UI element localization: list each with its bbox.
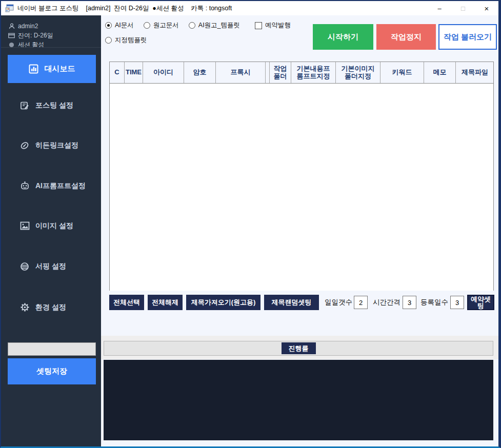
sidebar-item-label: 이미지 설정 — [35, 221, 73, 231]
column-header-work-folder[interactable]: 작업 폴더 — [269, 62, 291, 83]
column-header-base-image-folder[interactable]: 기본이미지 폴더지정 — [335, 62, 380, 83]
radio-dot — [105, 22, 112, 29]
session-dot-icon — [8, 42, 15, 48]
column-header-keyword[interactable]: 키워드 — [380, 62, 424, 83]
sidebar-item-ai-prompt[interactable]: AI프롬프트설정 — [8, 172, 96, 200]
posting-icon — [19, 101, 30, 110]
load-job-button[interactable]: 작업 불러오기 — [438, 24, 497, 50]
app-window: 네이버 블로그 포스팅 [admin2] 잔여 D-26일 ●세션 활성 카톡 … — [0, 0, 501, 448]
minimize-button[interactable]: – — [428, 1, 451, 15]
window-controls: – □ × — [428, 1, 498, 15]
window-status-text: [admin2] 잔여 D-26일 ●세션 활성 카톡 : tongsoft — [86, 4, 232, 13]
sidebar-item-environment[interactable]: 환경 설정 — [8, 293, 96, 321]
document-type-options-row2: 지정템플릿 — [105, 36, 147, 45]
titlebar: 네이버 블로그 포스팅 [admin2] 잔여 D-26일 ●세션 활성 카톡 … — [1, 1, 498, 15]
radio-designated-template[interactable]: 지정템플릿 — [105, 36, 147, 45]
gear-icon — [19, 302, 30, 312]
user-info: admin2 잔여: D-26일 세션 활성 — [8, 22, 53, 49]
checkbox-scheduled-publish[interactable]: 예약발행 — [255, 21, 291, 30]
divider — [1, 47, 101, 48]
sidebar-item-posting[interactable]: 포스팅 설정 — [8, 91, 96, 119]
log-console[interactable] — [104, 360, 493, 440]
sidebar-item-label: 서핑 설정 — [35, 262, 66, 271]
window-title: 네이버 블로그 포스팅 — [17, 4, 78, 13]
radio-dot — [105, 37, 112, 44]
bottom-toolbar: 전체선택 전체해제 제목가져오기(원고용) 제목랜덤셋팅 일일갯수 시간간격 등… — [101, 295, 498, 310]
sidebar-item-label: 포스팅 설정 — [35, 101, 73, 110]
column-header-time[interactable]: TIME — [124, 62, 143, 83]
daily-count-input[interactable] — [354, 296, 368, 309]
radio-manuscript-document[interactable]: 원고문서 — [144, 21, 179, 30]
surf-icon — [19, 262, 30, 271]
daily-count-label: 일일갯수 — [325, 295, 352, 310]
random-titles-button[interactable]: 제목랜덤셋팅 — [264, 295, 319, 310]
robot-icon — [19, 181, 30, 191]
app-icon — [5, 4, 14, 12]
column-header-password[interactable]: 암호 — [184, 62, 215, 83]
progress-label: 진행률 — [282, 342, 316, 355]
sidebar-item-surfing[interactable]: 서핑 설정 — [8, 252, 96, 280]
remaining-days: 잔여: D-26일 — [18, 31, 53, 40]
get-titles-button[interactable]: 제목가져오기(원고용) — [186, 295, 260, 310]
interval-label: 시간간격 — [373, 295, 400, 310]
table-body — [110, 84, 493, 291]
column-header-id[interactable]: 아이디 — [143, 62, 184, 83]
maximize-button[interactable]: □ — [451, 1, 475, 15]
radio-dot — [189, 22, 195, 29]
progress-bar: 진행률 — [104, 341, 493, 356]
sidebar-item-label: 대시보드 — [45, 64, 75, 74]
column-header-title-file[interactable]: 제목파일 — [455, 62, 494, 83]
username: admin2 — [18, 23, 38, 30]
dashboard-icon — [29, 64, 39, 74]
image-icon — [19, 221, 30, 230]
progress-section: 진행률 — [101, 336, 498, 359]
sidebar: admin2 잔여: D-26일 세션 활성 — [1, 15, 101, 446]
column-header-check[interactable]: C — [110, 62, 124, 83]
radio-ai-document[interactable]: AI문서 — [105, 21, 134, 30]
settings-save-button[interactable]: 셋팅저장 — [8, 358, 96, 384]
sidebar-item-dashboard[interactable]: 대시보드 — [8, 55, 96, 83]
sidebar-item-label: 히든링크설정 — [35, 141, 78, 150]
radio-dot — [144, 22, 150, 29]
document-type-options: AI문서 원고문서 AI원고_템플릿 예약발행 — [105, 21, 291, 30]
select-all-button[interactable]: 전체선택 — [109, 295, 144, 310]
schedule-settings-button[interactable]: 예약셋팅 — [467, 295, 494, 310]
column-header-spacer — [265, 62, 269, 83]
accounts-table: C TIME 아이디 암호 프록시 작업 폴더 기본내용프 롬프트지정 기본이미… — [109, 62, 494, 291]
column-header-base-prompt[interactable]: 기본내용프 롬프트지정 — [291, 62, 335, 83]
column-header-proxy[interactable]: 프록시 — [215, 62, 265, 83]
main-panel: AI문서 원고문서 AI원고_템플릿 예약발행 지정템플릿 — [101, 15, 498, 446]
close-button[interactable]: × — [475, 1, 498, 15]
stop-button[interactable]: 작업정지 — [376, 24, 436, 50]
register-days-label: 등록일수 — [420, 295, 448, 310]
sidebar-status-field[interactable] — [8, 342, 96, 356]
checkbox-box — [255, 22, 262, 29]
sidebar-item-label: 환경 설정 — [35, 303, 66, 312]
user-icon — [8, 23, 15, 29]
radio-ai-manuscript-template[interactable]: AI원고_템플릿 — [189, 21, 240, 30]
column-header-memo[interactable]: 메모 — [424, 62, 455, 83]
sidebar-item-label: AI프롬프트설정 — [35, 181, 86, 191]
start-button[interactable]: 시작하기 — [313, 24, 373, 50]
sidebar-item-image[interactable]: 이미지 설정 — [8, 212, 96, 240]
table-header-row: C TIME 아이디 암호 프록시 작업 폴더 기본내용프 롬프트지정 기본이미… — [110, 62, 493, 84]
deselect-all-button[interactable]: 전체해제 — [148, 295, 183, 310]
sidebar-item-hidden-link[interactable]: 히든링크설정 — [8, 131, 96, 159]
hidden-link-icon — [19, 141, 30, 150]
card-icon — [8, 33, 15, 38]
interval-input[interactable] — [403, 296, 416, 309]
register-days-input[interactable] — [450, 296, 464, 309]
